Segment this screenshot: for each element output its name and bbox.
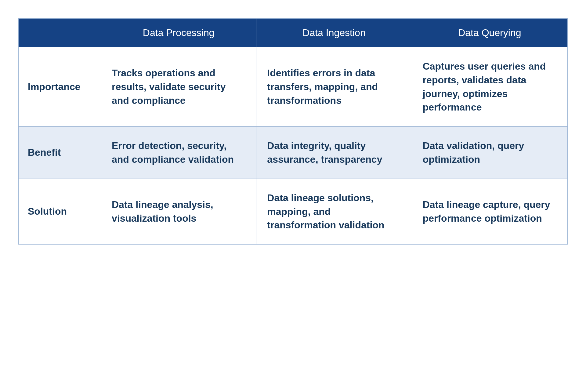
row-label-benefit: Benefit [19, 127, 101, 179]
header-col-2: Data Ingestion [256, 19, 412, 47]
cell-benefit-querying: Data validation, query optimization [412, 127, 567, 179]
cell-solution-ingestion: Data lineage solutions, mapping, and tra… [256, 179, 412, 244]
table-row: Benefit Error detection, security, and c… [19, 126, 567, 179]
cell-solution-querying: Data lineage capture, query performance … [412, 179, 567, 244]
table-row: Importance Tracks operations and results… [19, 47, 567, 126]
header-col-3: Data Querying [412, 19, 567, 47]
table-row: Solution Data lineage analysis, visualiz… [19, 179, 567, 244]
cell-solution-processing: Data lineage analysis, visualization too… [101, 179, 256, 244]
table-header-row: Data Processing Data Ingestion Data Quer… [19, 19, 567, 47]
cell-importance-querying: Captures user queries and reports, valid… [412, 47, 567, 126]
row-label-importance: Importance [19, 47, 101, 126]
comparison-table: Data Processing Data Ingestion Data Quer… [18, 18, 568, 245]
cell-benefit-ingestion: Data integrity, quality assurance, trans… [256, 127, 412, 179]
header-empty-cell [19, 19, 101, 47]
cell-importance-ingestion: Identifies errors in data transfers, map… [256, 47, 412, 126]
cell-benefit-processing: Error detection, security, and complianc… [101, 127, 256, 179]
row-label-solution: Solution [19, 179, 101, 244]
header-col-1: Data Processing [101, 19, 256, 47]
cell-importance-processing: Tracks operations and results, validate … [101, 47, 256, 126]
